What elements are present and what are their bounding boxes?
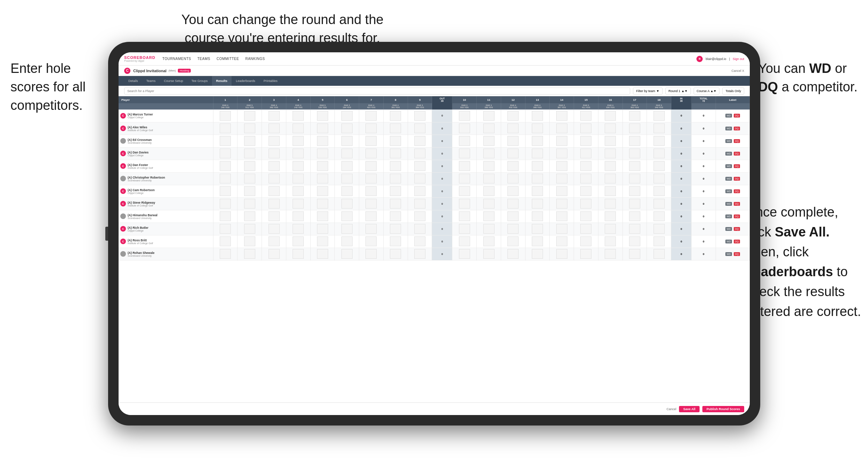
hole-5-input[interactable] bbox=[310, 223, 335, 235]
score-input-h18[interactable] bbox=[654, 149, 665, 158]
hole-10-input[interactable] bbox=[452, 135, 477, 147]
score-input-h14[interactable] bbox=[556, 224, 567, 234]
hole-13-input[interactable] bbox=[525, 147, 550, 160]
hole-12-input[interactable] bbox=[501, 160, 525, 172]
score-input-h1[interactable] bbox=[220, 111, 231, 121]
hole-9-input[interactable] bbox=[408, 160, 432, 172]
hole-12-input[interactable] bbox=[501, 248, 525, 260]
score-input-h12[interactable] bbox=[507, 211, 519, 221]
score-input-h1[interactable] bbox=[220, 199, 231, 209]
score-input-h7[interactable] bbox=[365, 136, 377, 146]
hole-5-input[interactable] bbox=[310, 197, 335, 210]
score-input-h14[interactable] bbox=[556, 236, 567, 246]
tab-results[interactable]: Results bbox=[212, 76, 232, 86]
hole-14-input[interactable] bbox=[550, 172, 574, 185]
score-input-h5[interactable] bbox=[317, 224, 328, 234]
hole-7-input[interactable] bbox=[359, 135, 384, 147]
hole-2-input[interactable] bbox=[237, 135, 262, 147]
hole-12-input[interactable] bbox=[501, 185, 525, 197]
score-input-h7[interactable] bbox=[365, 161, 377, 171]
score-input-h8[interactable] bbox=[390, 123, 401, 133]
hole-8-input[interactable] bbox=[383, 135, 408, 147]
hole-8-input[interactable] bbox=[383, 197, 408, 210]
hole-16-input[interactable] bbox=[598, 235, 622, 248]
hole-4-input[interactable] bbox=[286, 197, 310, 210]
score-input-h18[interactable] bbox=[654, 249, 665, 259]
score-input-h7[interactable] bbox=[365, 224, 377, 234]
hole-18-input[interactable] bbox=[647, 160, 671, 172]
score-input-h10[interactable] bbox=[459, 224, 470, 234]
score-input-h15[interactable] bbox=[580, 186, 591, 196]
hole-3-input[interactable] bbox=[262, 235, 286, 248]
hole-15-input[interactable] bbox=[574, 135, 598, 147]
nav-teams[interactable]: TEAMS bbox=[197, 57, 210, 61]
score-input-h17[interactable] bbox=[629, 211, 640, 221]
score-input-h7[interactable] bbox=[365, 186, 377, 196]
score-input-h10[interactable] bbox=[459, 211, 470, 221]
score-input-h9[interactable] bbox=[414, 111, 425, 121]
score-input-h15[interactable] bbox=[580, 136, 591, 146]
hole-8-input[interactable] bbox=[383, 223, 408, 235]
hole-13-input[interactable] bbox=[525, 197, 550, 210]
wd-button[interactable]: WD bbox=[725, 114, 732, 118]
hole-3-input[interactable] bbox=[262, 147, 286, 160]
score-input-h13[interactable] bbox=[532, 174, 543, 183]
hole-17-input[interactable] bbox=[622, 135, 647, 147]
hole-4-input[interactable] bbox=[286, 235, 310, 248]
hole-3-input[interactable] bbox=[262, 110, 286, 122]
hole-1-input[interactable] bbox=[213, 135, 237, 147]
score-input-h11[interactable] bbox=[483, 111, 495, 121]
course-selector[interactable]: Course A ▲▼ bbox=[694, 88, 720, 95]
hole-3-input[interactable] bbox=[262, 223, 286, 235]
hole-12-input[interactable] bbox=[501, 122, 525, 135]
hole-13-input[interactable] bbox=[525, 185, 550, 197]
hole-7-input[interactable] bbox=[359, 147, 384, 160]
hole-6-input[interactable] bbox=[335, 223, 359, 235]
hole-1-input[interactable] bbox=[213, 210, 237, 223]
score-input-h14[interactable] bbox=[556, 249, 567, 259]
hole-6-input[interactable] bbox=[335, 172, 359, 185]
hole-3-input[interactable] bbox=[262, 185, 286, 197]
score-input-h4[interactable] bbox=[293, 161, 304, 171]
hole-16-input[interactable] bbox=[598, 122, 622, 135]
score-input-h6[interactable] bbox=[341, 199, 353, 209]
score-input-h12[interactable] bbox=[507, 111, 519, 121]
score-input-h11[interactable] bbox=[483, 186, 495, 196]
hole-18-input[interactable] bbox=[647, 235, 671, 248]
wd-button[interactable]: WD bbox=[725, 202, 732, 206]
score-input-h16[interactable] bbox=[605, 174, 616, 183]
score-input-h5[interactable] bbox=[317, 199, 328, 209]
wd-button[interactable]: WD bbox=[725, 127, 732, 130]
score-input-h15[interactable] bbox=[580, 161, 591, 171]
score-input-h7[interactable] bbox=[365, 111, 377, 121]
hole-15-input[interactable] bbox=[574, 197, 598, 210]
score-input-h5[interactable] bbox=[317, 249, 328, 259]
hole-14-input[interactable] bbox=[550, 135, 574, 147]
score-input-h13[interactable] bbox=[532, 123, 543, 133]
score-input-h15[interactable] bbox=[580, 111, 591, 121]
score-input-h2[interactable] bbox=[244, 149, 255, 158]
score-input-h13[interactable] bbox=[532, 224, 543, 234]
hole-2-input[interactable] bbox=[237, 185, 262, 197]
hole-6-input[interactable] bbox=[335, 135, 359, 147]
score-input-h9[interactable] bbox=[414, 236, 425, 246]
score-input-h17[interactable] bbox=[629, 186, 640, 196]
score-input-h4[interactable] bbox=[293, 174, 304, 183]
hole-14-input[interactable] bbox=[550, 110, 574, 122]
hole-14-input[interactable] bbox=[550, 197, 574, 210]
wd-button[interactable]: WD bbox=[725, 214, 732, 218]
publish-button[interactable]: Publish Round Scores bbox=[702, 406, 744, 412]
score-input-h3[interactable] bbox=[269, 211, 280, 221]
score-input-h8[interactable] bbox=[390, 111, 401, 121]
hole-10-input[interactable] bbox=[452, 160, 477, 172]
score-input-h12[interactable] bbox=[507, 123, 519, 133]
wd-button[interactable]: WD bbox=[725, 164, 732, 168]
hole-13-input[interactable] bbox=[525, 235, 550, 248]
hole-1-input[interactable] bbox=[213, 110, 237, 122]
score-input-h13[interactable] bbox=[532, 211, 543, 221]
round-selector[interactable]: Round 1 ▲▼ bbox=[665, 88, 691, 95]
score-input-h15[interactable] bbox=[580, 199, 591, 209]
score-input-h10[interactable] bbox=[459, 249, 470, 259]
hole-5-input[interactable] bbox=[310, 172, 335, 185]
score-input-h10[interactable] bbox=[459, 199, 470, 209]
